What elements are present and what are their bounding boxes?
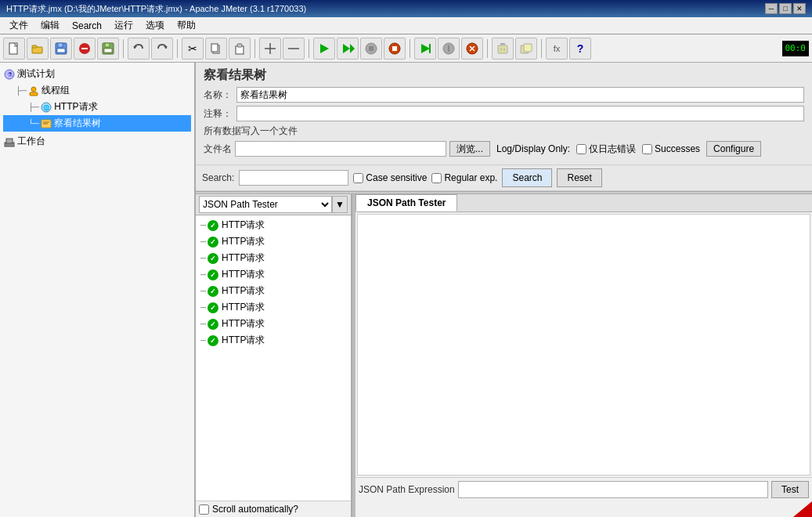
toolbar-new[interactable] xyxy=(3,38,25,60)
toolbar-remote-stop[interactable] xyxy=(438,38,460,60)
successes-label: Successes xyxy=(655,143,700,154)
regexp-label[interactable]: Regular exp. xyxy=(431,172,497,183)
result-label-5: HTTP请求 xyxy=(222,284,265,298)
reset-button[interactable]: Reset xyxy=(557,168,601,187)
right-panel: 察看结果树 名称： 注释： 所有数据写入一个文件 文件名 浏览... Log/D… xyxy=(196,63,812,517)
toolbar-open[interactable] xyxy=(27,38,49,60)
toolbar-stop[interactable] xyxy=(360,38,382,60)
scroll-check-label: Scroll automatically? xyxy=(212,504,298,515)
error-only-checkbox-label[interactable]: 仅日志错误 xyxy=(576,143,636,156)
regexp-text: Regular exp. xyxy=(444,172,497,183)
renderer-select[interactable]: JSON Path Tester xyxy=(199,196,332,213)
successes-checkbox[interactable] xyxy=(642,144,652,154)
tree-item-thread-group[interactable]: ├─ 线程组 xyxy=(3,82,191,99)
tab-json-path[interactable]: JSON Path Tester xyxy=(355,194,457,212)
result-item-6[interactable]: ─ ✓ HTTP请求 xyxy=(197,299,349,316)
regexp-checkbox[interactable] xyxy=(431,173,442,183)
connector-3: └─ xyxy=(28,119,39,128)
successes-checkbox-label[interactable]: Successes xyxy=(642,143,700,154)
name-input[interactable] xyxy=(236,87,804,103)
menu-file[interactable]: 文件 xyxy=(3,17,34,34)
tab-content-area xyxy=(357,214,810,475)
maximize-button[interactable]: □ xyxy=(779,3,792,14)
tree-item-http-request[interactable]: ├─ 🌐 HTTP请求 xyxy=(3,99,191,115)
case-sensitive-label[interactable]: Case sensitive xyxy=(353,172,427,183)
result-status-2: ✓ xyxy=(208,237,218,248)
comment-input[interactable] xyxy=(236,106,804,121)
svg-rect-9 xyxy=(105,43,110,47)
tree-item-test-plan[interactable]: ⚗ 测试计划 xyxy=(3,66,191,82)
toolbar-collapse[interactable] xyxy=(283,38,305,60)
toolbar-cut[interactable]: ✂ xyxy=(182,38,204,60)
error-only-checkbox[interactable] xyxy=(576,144,586,154)
svg-rect-16 xyxy=(237,44,242,47)
result-status-4: ✓ xyxy=(208,269,218,280)
file-label: 文件名 xyxy=(204,143,232,156)
result-status-5: ✓ xyxy=(208,286,218,297)
result-item-8[interactable]: ─ ✓ HTTP请求 xyxy=(197,332,349,349)
toolbar-save-template[interactable] xyxy=(97,38,119,60)
configure-button[interactable]: Configure xyxy=(706,141,761,157)
result-item-7[interactable]: ─ ✓ HTTP请求 xyxy=(197,316,349,332)
search-input[interactable] xyxy=(239,170,348,186)
toolbar-paste[interactable] xyxy=(229,38,251,60)
log-display-label: Log/Display Only: xyxy=(496,143,570,154)
toolbar-remote-shutdown[interactable] xyxy=(461,38,483,60)
toolbar-copy[interactable] xyxy=(205,38,227,60)
result-item-1[interactable]: ─ ✓ HTTP请求 xyxy=(197,217,349,233)
result-status-8: ✓ xyxy=(208,335,218,346)
connector-2: ├─ xyxy=(28,103,39,111)
toolbar-clear[interactable] xyxy=(492,38,514,60)
result-item-5[interactable]: ─ ✓ HTTP请求 xyxy=(197,283,349,299)
minimize-button[interactable]: ─ xyxy=(765,3,778,14)
dropdown-arrow[interactable]: ▼ xyxy=(332,196,348,213)
menu-edit[interactable]: 编辑 xyxy=(34,17,66,34)
browse-button[interactable]: 浏览... xyxy=(449,141,490,157)
toolbar-revert[interactable] xyxy=(74,38,96,60)
result-item-4[interactable]: ─ ✓ HTTP请求 xyxy=(197,266,349,283)
toolbar-function-helper[interactable]: fx xyxy=(546,38,568,60)
tree-label-test-plan: 测试计划 xyxy=(17,67,55,81)
test-button[interactable]: Test xyxy=(771,481,809,498)
menu-run[interactable]: 运行 xyxy=(108,17,139,34)
result-status-6: ✓ xyxy=(208,302,218,313)
close-button[interactable]: ✕ xyxy=(793,3,806,14)
view-results-icon xyxy=(40,118,52,130)
toolbar-undo[interactable] xyxy=(128,38,150,60)
result-status-1: ✓ xyxy=(208,220,218,231)
svg-marker-21 xyxy=(343,44,350,53)
thread-group-icon xyxy=(27,85,40,97)
svg-rect-26 xyxy=(392,46,397,51)
svg-rect-24 xyxy=(369,46,374,51)
toolbar-redo[interactable] xyxy=(151,38,173,60)
menu-search[interactable]: Search xyxy=(66,19,108,33)
search-button[interactable]: Search xyxy=(502,168,552,187)
toolbar-clear-all[interactable] xyxy=(515,38,537,60)
toolbar-expand[interactable] xyxy=(259,38,281,60)
svg-text:⚗: ⚗ xyxy=(7,71,13,78)
scroll-auto-checkbox[interactable] xyxy=(199,504,209,515)
case-sensitive-checkbox[interactable] xyxy=(353,173,363,183)
tree-label-workbench: 工作台 xyxy=(17,135,45,148)
toolbar-save-as[interactable] xyxy=(50,38,72,60)
tree-panel: ⚗ 测试计划 ├─ 线程组 ├─ 🌐 HTTP请求 └─ 察看结果树 xyxy=(0,63,196,517)
toolbar-shutdown[interactable] xyxy=(384,38,406,60)
svg-point-42 xyxy=(31,87,36,92)
result-item-3[interactable]: ─ ✓ HTTP请求 xyxy=(197,250,349,266)
toolbar-play-no-pause[interactable] xyxy=(337,38,359,60)
panel-title: 察看结果树 xyxy=(204,67,804,84)
result-label-1: HTTP请求 xyxy=(222,219,265,232)
toolbar-play[interactable] xyxy=(313,38,335,60)
menu-options[interactable]: 选项 xyxy=(139,17,171,34)
result-item-2[interactable]: ─ ✓ HTTP请求 xyxy=(197,233,349,250)
toolbar-help[interactable]: ? xyxy=(569,38,591,60)
json-path-input[interactable] xyxy=(458,481,768,498)
file-input[interactable] xyxy=(235,141,446,157)
workbench-icon xyxy=(3,136,16,148)
tree-item-view-results[interactable]: └─ 察看结果树 xyxy=(3,115,191,132)
menu-help[interactable]: 帮助 xyxy=(171,17,202,34)
result-list-header: JSON Path Tester ▼ xyxy=(196,194,351,215)
toolbar-remote-start[interactable] xyxy=(414,38,436,60)
svg-marker-22 xyxy=(350,44,355,53)
tree-item-workbench[interactable]: 工作台 xyxy=(3,133,191,150)
